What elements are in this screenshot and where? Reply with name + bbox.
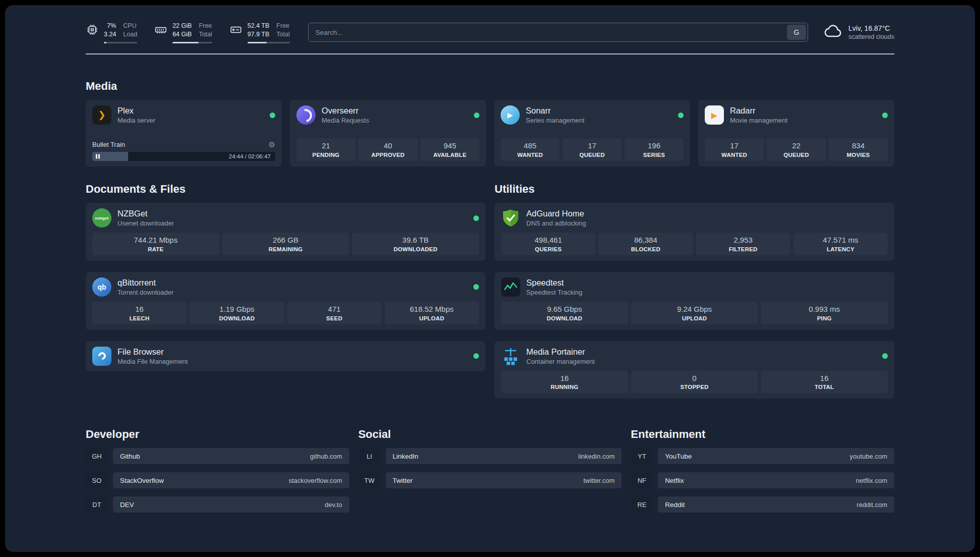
status-dot [473, 353, 479, 359]
plex-icon: ❯ [92, 105, 111, 125]
service-subtitle: Torrent downloader [117, 289, 173, 296]
dashboard-page: 7% 3.24 CPU Load [5, 5, 975, 552]
bookmark-abbr: DT [86, 496, 108, 513]
service-subtitle: DNS and adblocking [526, 219, 586, 227]
filebrowser-icon [92, 347, 111, 366]
stat-download: 1.19 Gbps DOWNLOAD [190, 302, 284, 324]
service-card-plex[interactable]: ❯ Plex Media server Bullet Train ⚙ [86, 100, 282, 166]
ram-readout: 22 GiB 64 GiB Free Total [172, 22, 212, 43]
qbittorrent-icon: qb [92, 277, 111, 297]
bookmark-abbr: TW [358, 472, 381, 488]
ram-free-value: 22 GiB [172, 22, 192, 31]
playback-progress-bar[interactable]: 24:44 / 02:06:47 [92, 152, 275, 161]
service-card-sonarr[interactable]: ▶ Sonarr Series management 485 WANTED 17… [494, 100, 690, 166]
status-dot [882, 353, 888, 359]
service-subtitle: Media Requests [322, 117, 369, 124]
service-subtitle: Speedtest Tracking [526, 289, 582, 296]
stat-pending: 21 PENDING [296, 138, 355, 161]
bookmarks-area: Developer GH Github github.com SO StackO… [86, 428, 894, 513]
speedtest-icon [501, 277, 520, 297]
bookmark-reddit[interactable]: RE Reddit reddit.com [631, 496, 894, 513]
stat-ping: 0.993 ms PING [761, 302, 888, 324]
disk-usage-bar [248, 42, 290, 43]
service-card-overseerr[interactable]: Overseerr Media Requests 21 PENDING 40 A… [290, 100, 486, 166]
stat-downloaded: 39.6 TB DOWNLOADED [352, 233, 479, 255]
developer-section-title: Developer [86, 428, 349, 441]
utilities-section: Utilities AdGuard Home DNS and adblockin… [495, 183, 894, 399]
entertainment-section-title: Entertainment [631, 428, 894, 441]
cloud-icon [823, 21, 843, 43]
bookmark-name: YouTube [665, 453, 692, 460]
stat-queued: 17 QUEUED [563, 138, 622, 161]
plex-now-playing: Bullet Train ⚙ 24:44 / 02:06:47 [92, 137, 275, 161]
bookmark-name: Github [120, 453, 140, 460]
ram-resource: 22 GiB 64 GiB Free Total [154, 22, 212, 43]
bookmark-name: Twitter [393, 477, 413, 484]
service-card-adguard[interactable]: AdGuard Home DNS and adblocking 498,461 … [495, 203, 894, 261]
bookmark-stackoverflow[interactable]: SO StackOverflow stackoverflow.com [86, 472, 349, 488]
service-subtitle: Series management [526, 117, 584, 124]
stat-movies: 834 MOVIES [829, 138, 888, 161]
stat-leech: 16 LEECH [92, 302, 187, 324]
adguard-icon [501, 208, 520, 228]
portainer-icon [501, 347, 520, 366]
radarr-icon: ▶ [705, 105, 724, 125]
bookmark-domain: linkedin.com [578, 453, 615, 460]
service-card-filebrowser[interactable]: File Browser Media File Management [86, 341, 485, 371]
stat-running: 16 RUNNING [501, 371, 628, 394]
ram-free-label: Free [199, 22, 212, 31]
service-title: Media Portainer [526, 347, 595, 357]
stat-queued: 22 QUEUED [767, 138, 826, 161]
ram-total-label: Total [199, 30, 212, 39]
status-dot [882, 113, 888, 118]
bookmark-abbr: LI [358, 448, 381, 464]
ram-usage-bar [172, 42, 212, 43]
service-card-speedtest[interactable]: Speedtest Speedtest Tracking 9.65 Gbps D… [495, 272, 894, 330]
topbar-divider [86, 53, 894, 54]
developer-bookmarks: Developer GH Github github.com SO StackO… [86, 428, 349, 513]
media-section-title: Media [86, 80, 894, 93]
search-engine-button[interactable]: G [787, 25, 806, 40]
service-card-nzbget[interactable]: nzbget NZBGet Usenet downloader 744.21 M… [86, 203, 485, 261]
bookmark-domain: youtube.com [850, 453, 887, 460]
pause-icon[interactable] [96, 154, 100, 159]
service-card-portainer[interactable]: Media Portainer Container management 16 … [495, 341, 894, 399]
stat-series: 196 SERIES [625, 138, 684, 161]
status-dot [474, 113, 479, 118]
stat-wanted: 485 WANTED [501, 138, 560, 161]
service-card-radarr[interactable]: ▶ Radarr Movie management 17 WANTED 22 Q… [698, 100, 894, 166]
overseerr-icon [296, 105, 316, 125]
search-input[interactable] [308, 23, 808, 42]
resource-monitors: 7% 3.24 CPU Load [86, 22, 290, 43]
bookmark-netflix[interactable]: NF Netflix netflix.com [631, 472, 894, 488]
stat-wanted: 17 WANTED [705, 138, 764, 161]
status-dot [473, 215, 479, 221]
stat-download: 9.65 Gbps DOWNLOAD [501, 302, 628, 324]
stat-available: 945 AVAILABLE [420, 138, 479, 161]
bookmark-twitter[interactable]: TW Twitter twitter.com [358, 472, 622, 488]
bookmark-abbr: NF [631, 472, 653, 488]
bookmark-github[interactable]: GH Github github.com [86, 448, 349, 464]
bookmark-dev[interactable]: DT DEV dev.to [86, 496, 349, 513]
service-title: AdGuard Home [526, 209, 586, 218]
bookmark-abbr: YT [631, 448, 653, 464]
bookmark-linkedin[interactable]: LI LinkedIn linkedin.com [358, 448, 622, 464]
disk-resource: 52.4 TB 97.9 TB Free Total [229, 22, 290, 43]
documents-section-title: Documents & Files [86, 183, 485, 196]
stat-seed: 471 SEED [287, 302, 382, 324]
bookmark-name: Reddit [665, 501, 685, 509]
gear-icon[interactable]: ⚙ [269, 141, 275, 148]
service-title: Speedtest [526, 278, 582, 288]
bookmark-youtube[interactable]: YT YouTube youtube.com [631, 448, 894, 464]
stat-remaining: 266 GB REMAINING [222, 233, 349, 255]
stat-queries: 498,461 QUERIES [501, 233, 595, 255]
cpu-load-value: 3.24 [104, 30, 116, 39]
service-title: File Browser [117, 347, 188, 357]
cpu-usage-bar-fill [104, 42, 106, 43]
service-subtitle: Container management [526, 358, 595, 365]
service-card-qbittorrent[interactable]: qb qBittorrent Torrent downloader 16 LEE… [86, 272, 485, 330]
service-subtitle: Media File Management [117, 358, 188, 365]
cpu-icon [86, 23, 99, 36]
cpu-readout: 7% 3.24 CPU Load [104, 22, 137, 43]
topbar: 7% 3.24 CPU Load [86, 20, 894, 44]
